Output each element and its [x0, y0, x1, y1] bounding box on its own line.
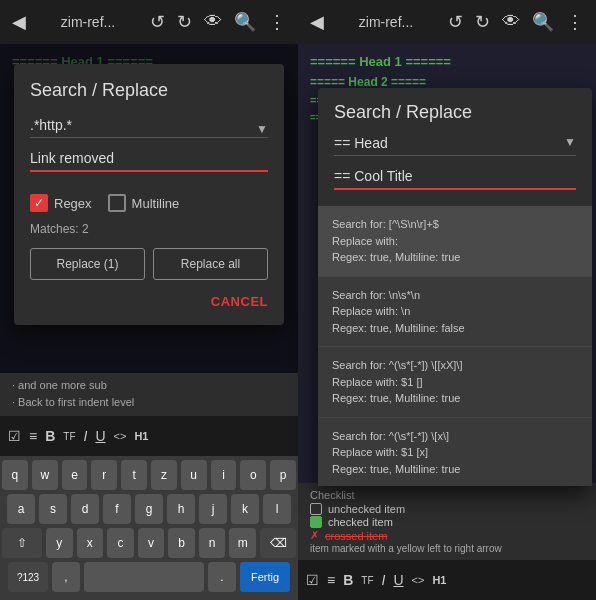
left-bottom-line1: · and one more sub	[12, 377, 286, 395]
left-key-fertig[interactable]: Fertig	[240, 562, 290, 592]
right-heading1: ====== Head 1 ======	[310, 52, 584, 73]
left-panel: ◀ zim-ref... ↺ ↻ 👁 🔍 ⋮ ====== Head 1 ===…	[0, 0, 298, 600]
left-toolbar-italic[interactable]: I	[84, 428, 88, 444]
right-toolbar-code[interactable]: <>	[412, 574, 425, 586]
right-cross-mark: ✗	[310, 529, 319, 542]
right-dialog-title: Search / Replace	[318, 88, 592, 131]
left-key-w[interactable]: w	[32, 460, 58, 490]
left-key-k[interactable]: k	[231, 494, 259, 524]
left-key-b[interactable]: b	[168, 528, 195, 558]
left-replace-input[interactable]	[30, 146, 268, 172]
left-search-icon[interactable]: 🔍	[230, 7, 260, 37]
left-key-v[interactable]: v	[138, 528, 165, 558]
left-key-q[interactable]: q	[2, 460, 28, 490]
left-key-e[interactable]: e	[62, 460, 88, 490]
right-topbar: ◀ zim-ref... ↺ ↻ 👁 🔍 ⋮	[298, 0, 596, 44]
right-undo-icon[interactable]: ↺	[444, 7, 467, 37]
left-toolbar-h1[interactable]: H1	[134, 430, 148, 442]
left-toolbar-tf[interactable]: TF	[63, 431, 75, 442]
left-toolbar-code[interactable]: <>	[114, 430, 127, 442]
left-key-space[interactable]	[84, 562, 204, 592]
left-key-o[interactable]: o	[240, 460, 266, 490]
history-item-1-flags: Regex: true, Multiline: false	[332, 320, 578, 337]
history-item-2[interactable]: Search for: ^(\s*[-*]) \[[xX]\] Replace …	[318, 347, 592, 418]
right-search-icon[interactable]: 🔍	[528, 7, 558, 37]
right-toolbar-tf[interactable]: TF	[361, 575, 373, 586]
left-key-shift[interactable]: ⇧	[2, 528, 42, 558]
left-key-n[interactable]: n	[199, 528, 226, 558]
right-toolbar-h1[interactable]: H1	[432, 574, 446, 586]
left-key-s[interactable]: s	[39, 494, 67, 524]
left-toolbar-bold[interactable]: B	[45, 428, 55, 444]
left-key-c[interactable]: c	[107, 528, 134, 558]
left-key-f[interactable]: f	[103, 494, 131, 524]
right-dropdown-arrow[interactable]: ▼	[564, 135, 576, 149]
left-key-u[interactable]: u	[181, 460, 207, 490]
left-multiline-checkbox[interactable]: Multiline	[108, 194, 180, 212]
left-title: zim-ref...	[36, 14, 140, 30]
right-toolbar-list[interactable]: ≡	[327, 572, 335, 588]
left-key-j[interactable]: j	[199, 494, 227, 524]
history-item-1[interactable]: Search for: \n\s*\n Replace with: \n Reg…	[318, 277, 592, 348]
left-key-a[interactable]: a	[7, 494, 35, 524]
left-kb-row2: a s d f g h j k l	[2, 494, 296, 524]
history-item-3-flags: Regex: true, Multiline: true	[332, 461, 578, 478]
left-kb-row4: ?123 , . Fertig	[2, 562, 296, 592]
left-key-comma[interactable]: ,	[52, 562, 80, 592]
left-replace-all-button[interactable]: Replace all	[153, 248, 268, 280]
history-item-0-text: Search for: [^\S\n\r]+$	[332, 216, 578, 233]
right-toolbar-italic[interactable]: I	[382, 572, 386, 588]
history-item-2-flags: Regex: true, Multiline: true	[332, 390, 578, 407]
left-toolbar-list[interactable]: ≡	[29, 428, 37, 444]
left-toolbar-underline[interactable]: U	[95, 428, 105, 444]
left-key-i[interactable]: i	[211, 460, 237, 490]
right-more-icon[interactable]: ⋮	[562, 7, 588, 37]
right-bottom-text: Checklist unchecked item checked item ✗ …	[298, 483, 596, 560]
left-multiline-unchecked-box	[108, 194, 126, 212]
left-keyboard: q w e r t z u i o p a s d f g h j k l ⇧ …	[0, 456, 298, 600]
left-key-z[interactable]: z	[151, 460, 177, 490]
right-replace-input[interactable]	[334, 164, 576, 190]
left-key-g[interactable]: g	[135, 494, 163, 524]
left-redo-icon[interactable]: ↻	[173, 7, 196, 37]
right-search-input[interactable]	[334, 131, 576, 156]
right-toolbar-underline[interactable]: U	[393, 572, 403, 588]
left-key-period[interactable]: .	[208, 562, 236, 592]
history-item-1-text: Search for: \n\s*\n	[332, 287, 578, 304]
history-item-3[interactable]: Search for: ^(\s*[-*]) \[x\] Replace wit…	[318, 418, 592, 487]
left-key-t[interactable]: t	[121, 460, 147, 490]
right-back-icon[interactable]: ◀	[306, 7, 328, 37]
left-search-input[interactable]	[30, 113, 268, 138]
left-key-r[interactable]: r	[91, 460, 117, 490]
left-key-x[interactable]: x	[77, 528, 104, 558]
left-cancel-button[interactable]: CANCEL	[30, 294, 268, 309]
left-dialog-overlay: Search / Replace ▼ ✓ Regex Multiline	[0, 44, 298, 373]
left-regex-label: Regex	[54, 196, 92, 211]
left-key-p[interactable]: p	[270, 460, 296, 490]
left-back-icon[interactable]: ◀	[8, 7, 30, 37]
left-key-y[interactable]: y	[46, 528, 73, 558]
history-item-1-replace: Replace with: \n	[332, 303, 578, 320]
right-eye-icon[interactable]: 👁	[498, 7, 524, 37]
left-eye-icon[interactable]: 👁	[200, 7, 226, 37]
left-key-l[interactable]: l	[263, 494, 291, 524]
right-unchecked-item: unchecked item	[328, 503, 405, 515]
left-button-row: Replace (1) Replace all	[30, 248, 268, 280]
history-item-0[interactable]: Search for: [^\S\n\r]+$ Replace with: Re…	[318, 206, 592, 277]
left-more-icon[interactable]: ⋮	[264, 7, 290, 37]
right-checklist-label: Checklist	[310, 489, 584, 501]
left-regex-checkbox[interactable]: ✓ Regex	[30, 194, 92, 212]
right-toolbar-bold[interactable]: B	[343, 572, 353, 588]
right-redo-icon[interactable]: ↻	[471, 7, 494, 37]
left-toolbar-check[interactable]: ☑	[8, 428, 21, 444]
left-undo-icon[interactable]: ↺	[146, 7, 169, 37]
left-key-backspace[interactable]: ⌫	[260, 528, 296, 558]
left-replace-one-button[interactable]: Replace (1)	[30, 248, 145, 280]
left-key-h[interactable]: h	[167, 494, 195, 524]
left-key-num[interactable]: ?123	[8, 562, 48, 592]
right-toolbar-check[interactable]: ☑	[306, 572, 319, 588]
right-crossed-item: crossed item	[325, 530, 387, 542]
left-kb-row3: ⇧ y x c v b n m ⌫	[2, 528, 296, 558]
left-key-m[interactable]: m	[229, 528, 256, 558]
left-key-d[interactable]: d	[71, 494, 99, 524]
